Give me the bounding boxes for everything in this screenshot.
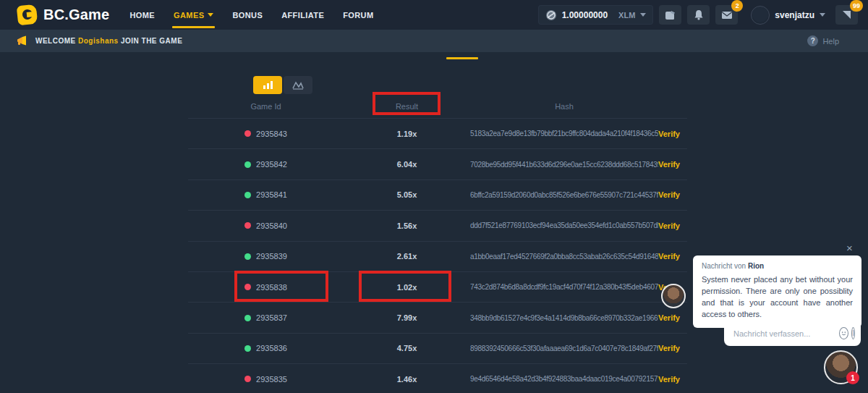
wallet-button[interactable] <box>659 5 681 25</box>
status-dot <box>244 284 251 290</box>
verify-link[interactable]: Verify <box>658 190 687 199</box>
hash-value: 5183a2ea7e9d8e13fb79bbf21bc9ffc804dada4a… <box>470 130 658 138</box>
chat-toggle-button[interactable]: 99 <box>835 5 858 25</box>
game-id: 2935843 <box>256 130 287 138</box>
chat-send-icon <box>841 9 852 20</box>
status-dot <box>244 376 251 382</box>
hash-value: 743c2d874b6d8a8dcdf9fc19acf4d70f74f12a38… <box>470 283 658 291</box>
messages-button[interactable]: 2 <box>715 5 738 25</box>
hash-value: 348bb9db61527e4c9f3e4a1414d9b8ba66ce8970… <box>470 314 658 322</box>
result-value: 5.05x <box>344 190 470 199</box>
table-row: 2935840 1.56x ddd7f521e87769103ecf94ea35… <box>188 210 687 240</box>
verify-link[interactable]: Verify <box>658 130 687 138</box>
verify-link[interactable]: Verify <box>658 344 687 352</box>
balance-amount: 1.00000000 <box>562 10 608 20</box>
header-hash: Hash <box>470 102 658 111</box>
hash-value: 6bffc2a59159d2060d0abc85f526e6be676e5590… <box>470 191 658 199</box>
table-row: 2935841 5.05x 6bffc2a59159d2060d0abc85f5… <box>188 179 687 210</box>
welcome-message: WELCOME Dogishans JOIN THE GAME <box>35 37 182 45</box>
result-value: 4.75x <box>344 344 470 352</box>
verify-link[interactable]: Verify <box>658 160 687 169</box>
envelope-icon <box>721 11 733 20</box>
trend-view-toggle[interactable] <box>284 76 312 94</box>
chat-message-close-icon[interactable]: × <box>846 242 853 253</box>
verify-link[interactable]: Verify <box>658 252 687 261</box>
view-toggle <box>253 76 312 94</box>
bcgame-page: BC.Game HOME GAMES BONUS AFFILIATE FORUM… <box>0 0 868 393</box>
table-header-row: Game Id Result Hash <box>188 94 687 118</box>
chat-sender-name: Rion <box>748 262 764 270</box>
verify-link[interactable]: Verify <box>658 313 687 322</box>
status-dot <box>244 161 251 168</box>
username-label: svenjatzu <box>775 10 814 20</box>
status-dot <box>244 315 251 321</box>
chat-from-label: Nachricht von <box>702 262 748 270</box>
chat-rules-icon[interactable]: ǀ <box>851 327 855 339</box>
bell-icon <box>694 9 704 20</box>
table-row: 2935835 1.46x 9e4d6546d4e58a42d3b4f92488… <box>188 363 687 393</box>
chat-input[interactable] <box>733 329 836 338</box>
table-body: 2935843 1.19x 5183a2ea7e9d8e13fb79bbf21b… <box>188 118 687 393</box>
hash-value: 7028be95dd95f441b633d6d296e0ae15cc6238dd… <box>470 161 658 169</box>
brand-logo[interactable]: BC.Game <box>0 5 109 25</box>
nav-item-label: AFFILIATE <box>281 11 324 20</box>
notifications-button[interactable] <box>687 5 710 25</box>
nav-item-games[interactable]: GAMES <box>174 0 213 30</box>
verify-link[interactable]: Verify <box>658 221 687 230</box>
chat-input-bar: ǀ <box>724 321 861 346</box>
chat-from-line: Nachricht von Rion <box>702 262 853 270</box>
status-dot <box>244 222 251 229</box>
nav-item-home[interactable]: HOME <box>129 0 155 30</box>
chat-avatar-badge: 1 <box>846 371 859 384</box>
main-nav: HOME GAMES BONUS AFFILIATE FORUM <box>129 0 373 30</box>
result-value: 2.61x <box>344 252 470 261</box>
welcome-prefix: WELCOME <box>35 37 78 45</box>
chat-user-avatar[interactable]: 1 <box>824 350 858 384</box>
game-history-table: Game Id Result Hash 2935843 1.19x 5183a2… <box>188 94 687 393</box>
chat-message-text: System never placed any bet without your… <box>702 274 853 321</box>
nav-item-label: BONUS <box>232 11 263 20</box>
balance-selector[interactable]: 1.00000000 XLM <box>538 5 654 25</box>
user-avatar <box>751 6 770 25</box>
game-id: 2935836 <box>256 344 287 352</box>
hash-value: ddd7f521e87769103ecf94ea35da50ee354efd1c… <box>470 221 658 229</box>
brand-name: BC.Game <box>43 7 109 23</box>
game-id: 2935842 <box>256 160 287 169</box>
nav-item-label: FORUM <box>343 11 373 20</box>
nav-item-forum[interactable]: FORUM <box>343 0 373 30</box>
user-caret-icon <box>820 13 825 17</box>
table-row: 2935837 7.99x 348bb9db61527e4c9f3e4a1414… <box>188 302 687 332</box>
nav-item-bonus[interactable]: BONUS <box>232 0 263 30</box>
nav-item-label: HOME <box>129 11 155 20</box>
welcome-suffix: JOIN THE GAME <box>119 37 183 45</box>
status-dot <box>244 253 251 260</box>
header-result: Result <box>344 102 470 111</box>
nav-caret-icon <box>208 13 213 17</box>
hash-value: a1bb0eaaf17ed4527669f2a0bba8cc53abab26c6… <box>470 253 658 261</box>
result-value: 6.04x <box>344 160 470 169</box>
wallet-icon <box>665 10 676 20</box>
line-chart-icon <box>292 80 304 90</box>
verify-link[interactable]: Verify <box>658 375 687 384</box>
game-id: 2935835 <box>256 375 287 384</box>
result-value: 7.99x <box>344 313 470 322</box>
status-dot <box>244 345 251 352</box>
active-tab-indicator <box>446 57 478 59</box>
game-id: 2935841 <box>256 190 287 199</box>
welcome-banner: WELCOME Dogishans JOIN THE GAME ? Help <box>0 30 868 52</box>
game-id: 2935839 <box>256 252 287 261</box>
welcome-username: Dogishans <box>78 37 119 45</box>
bar-view-toggle[interactable] <box>253 76 282 94</box>
result-value: 1.19x <box>344 130 470 138</box>
megaphone-icon <box>16 35 28 46</box>
header-right: 1.00000000 XLM <box>538 5 868 25</box>
help-button[interactable]: ? Help <box>807 35 839 46</box>
result-value: 1.46x <box>344 375 470 384</box>
messages-badge: 2 <box>731 0 743 12</box>
game-id: 2935837 <box>256 313 287 322</box>
nav-item-label: GAMES <box>174 11 204 20</box>
xlm-coin-icon <box>545 9 557 21</box>
emoji-icon[interactable] <box>839 327 848 339</box>
user-menu[interactable]: svenjatzu <box>751 6 825 25</box>
nav-item-affiliate[interactable]: AFFILIATE <box>281 0 324 30</box>
